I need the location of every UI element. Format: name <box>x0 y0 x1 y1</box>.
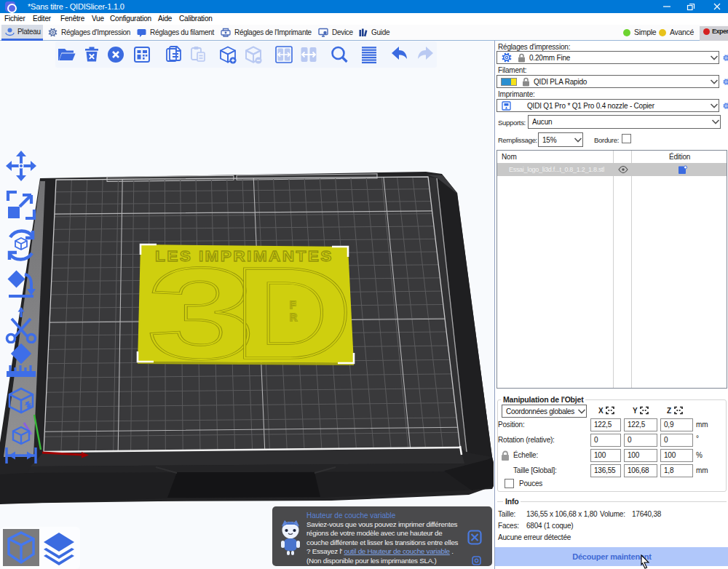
svg-text:R: R <box>290 311 297 323</box>
svg-text:F: F <box>290 299 296 311</box>
